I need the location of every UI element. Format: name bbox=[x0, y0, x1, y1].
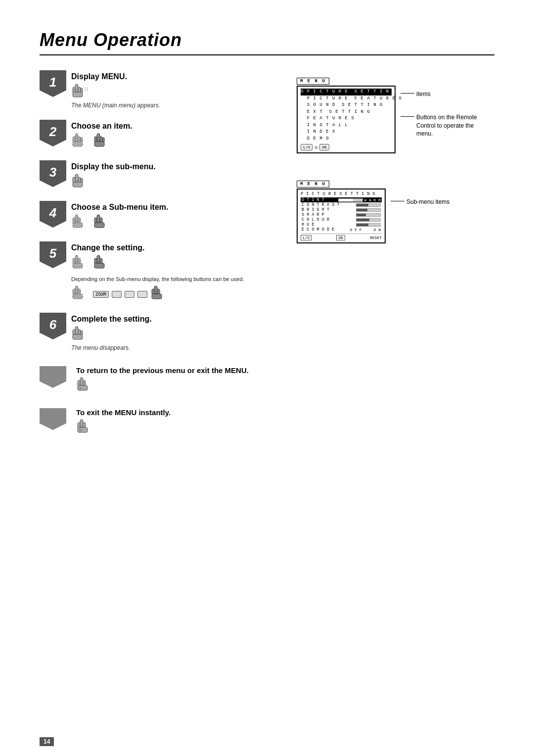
step-3-title: Display the sub-menu. bbox=[71, 162, 282, 171]
extra-step-1-hand-row: 0 bbox=[76, 377, 282, 395]
btn-a bbox=[112, 291, 122, 298]
main-menu-section: M E N U O P I C T U R E S E T T I N G P … bbox=[297, 75, 494, 153]
step-2-title: Choose an item. bbox=[71, 122, 282, 131]
step-4-hand-row bbox=[71, 214, 282, 233]
submenu-tint-value: W A R M bbox=[364, 198, 381, 202]
menu-btn-diamond: ◇ bbox=[314, 144, 317, 150]
left-column: 1 Display MENU. bbox=[40, 70, 282, 446]
submenu-hue-label: H U E bbox=[302, 222, 314, 227]
menu-item-7: D E M O bbox=[301, 136, 392, 142]
submenu-contrast-bar bbox=[356, 203, 381, 207]
btn-c bbox=[137, 291, 147, 298]
submenu-section: M E N U P I C T U R E S E T T I N G O T … bbox=[297, 178, 494, 243]
svg-rect-21 bbox=[73, 182, 83, 187]
submenu-hue-bar bbox=[356, 223, 381, 227]
svg-rect-22 bbox=[75, 215, 78, 223]
btn-b bbox=[125, 291, 134, 298]
step-5-extra-buttons: ZOOM bbox=[71, 285, 282, 304]
svg-rect-16 bbox=[94, 142, 104, 146]
submenu-row-hue: H U E bbox=[301, 222, 382, 227]
hand-icon-1 bbox=[71, 83, 90, 102]
svg-rect-56 bbox=[80, 420, 83, 427]
menu-label: M E N U bbox=[297, 78, 329, 85]
submenu-row-colour: C O L O U R bbox=[301, 217, 382, 222]
extra-step-1: To return to the previous menu or exit t… bbox=[40, 364, 282, 395]
submenu-row-eco: E C O M O D E O F F O N bbox=[301, 227, 382, 232]
annot-line-2 bbox=[400, 116, 414, 117]
svg-rect-17 bbox=[75, 174, 78, 182]
extra-step-2-hand-row: TV bbox=[76, 419, 282, 437]
submenu-tint-label: O T I N T bbox=[302, 197, 324, 202]
hand-icon-5c bbox=[71, 285, 90, 304]
svg-rect-30 bbox=[75, 255, 78, 263]
step-1-subtitle: The MENU (main menu) appears. bbox=[71, 102, 282, 109]
extra-step-2: To exit the MENU instantly. TV bbox=[40, 406, 282, 437]
arrow-2 bbox=[40, 408, 66, 430]
page-number: 14 bbox=[40, 737, 54, 746]
submenu-row-sharp: S H A R P bbox=[301, 212, 382, 217]
step-6-hand-row bbox=[71, 326, 282, 344]
step-5-content: Change the setting. Depend bbox=[71, 241, 282, 304]
title-divider bbox=[40, 54, 494, 55]
annot-text-submenu: Sub-menu items bbox=[406, 198, 449, 206]
extra-step-2-content: To exit the MENU instantly. TV bbox=[71, 406, 282, 437]
step-number-4: 4 bbox=[40, 201, 66, 228]
svg-text:0: 0 bbox=[80, 387, 81, 390]
menu-item-0: O P I C T U R E S E T T I N G bbox=[301, 89, 392, 95]
hand-icon-6 bbox=[71, 326, 90, 344]
annot-text-buttons: Buttons on the Remote Control to operate… bbox=[416, 113, 481, 138]
svg-rect-42 bbox=[154, 286, 157, 294]
step-1-content: Display MENU. The MENU (main menu) ap bbox=[71, 70, 282, 111]
submenu-reset-label: RESET bbox=[370, 236, 382, 240]
menu-item-6: I N D E X bbox=[301, 129, 392, 136]
extra-step-1-content: To return to the previous menu or exit t… bbox=[71, 364, 282, 395]
step-number-text-6: 6 bbox=[49, 317, 56, 332]
step-number-6: 6 bbox=[40, 313, 66, 339]
svg-rect-29 bbox=[94, 223, 104, 228]
submenu-tint-bar-container: W A R M bbox=[338, 198, 381, 202]
step-number-text-5: 5 bbox=[49, 246, 56, 261]
svg-rect-38 bbox=[75, 286, 78, 294]
step-4-title: Choose a Sub-menu item. bbox=[71, 203, 282, 212]
hand-icon-4a bbox=[71, 214, 90, 233]
hand-icon-5b bbox=[93, 254, 112, 273]
submenu-bottom-row: L/V OK RESET bbox=[301, 234, 382, 240]
step-5-note: Depending on the Sub-menu display, the f… bbox=[71, 276, 282, 282]
submenu-label: M E N U bbox=[297, 181, 329, 188]
menu-item-4: F E A T U R E S bbox=[301, 115, 392, 122]
menu-screen-box: O P I C T U R E S E T T I N G P I C T U … bbox=[297, 86, 396, 153]
step-5: 5 Change the setting. bbox=[40, 241, 282, 304]
step-2-hand-row bbox=[71, 133, 282, 151]
submenu-btn-ok: OK bbox=[336, 235, 345, 240]
hand-icon-2a bbox=[71, 133, 90, 151]
annot-text-items: items bbox=[416, 90, 431, 98]
submenu-annotations: Sub-menu items bbox=[391, 178, 449, 206]
menu-item-3: E X T S E T T I N G bbox=[301, 109, 392, 116]
step-2: 2 Choose an item. bbox=[40, 120, 282, 151]
hand-icon-5a bbox=[71, 254, 90, 273]
menu-item-5: I N S T A L L bbox=[301, 122, 392, 129]
step-3-hand-row bbox=[71, 173, 282, 192]
step-number-3: 3 bbox=[40, 160, 66, 187]
svg-rect-41 bbox=[73, 294, 83, 299]
submenu-sharp-label: S H A R P bbox=[302, 212, 324, 217]
svg-rect-54 bbox=[78, 385, 88, 390]
svg-rect-50 bbox=[73, 334, 83, 339]
submenu-row-tint: O T I N T W A R M bbox=[301, 197, 382, 202]
submenu-screen-wrapper: M E N U P I C T U R E S E T T I N G O T … bbox=[297, 178, 386, 243]
svg-rect-45 bbox=[152, 294, 162, 299]
svg-rect-46 bbox=[75, 327, 78, 334]
submenu-tint-bar bbox=[338, 198, 363, 202]
step-4-content: Choose a Sub-menu item. bbox=[71, 201, 282, 233]
menu-buttons-row: L/V ◇ OK bbox=[301, 144, 392, 150]
step-5-hand-row bbox=[71, 254, 282, 273]
annot-submenu-items: Sub-menu items bbox=[391, 198, 449, 206]
main-layout: 1 Display MENU. bbox=[40, 70, 494, 446]
step-number-text-3: 3 bbox=[49, 165, 56, 180]
svg-text:TV: TV bbox=[79, 429, 82, 432]
submenu-bright-bar bbox=[356, 208, 381, 212]
svg-rect-26 bbox=[97, 215, 100, 223]
submenu-colour-bar bbox=[356, 218, 381, 222]
menu-btn-ok: OK bbox=[319, 144, 329, 150]
svg-rect-25 bbox=[73, 223, 83, 228]
